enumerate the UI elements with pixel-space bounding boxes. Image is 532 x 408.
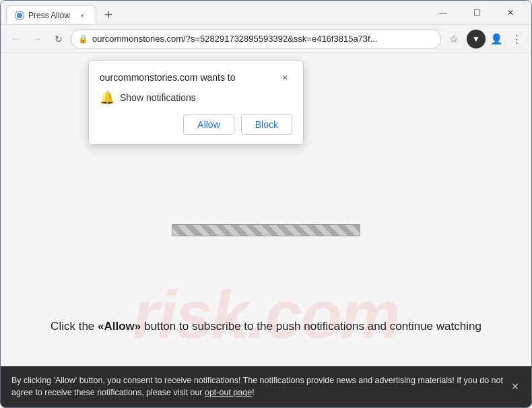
tab-close-button[interactable]: × xyxy=(77,10,88,21)
active-tab[interactable]: Press Allow × xyxy=(6,5,96,24)
popup-header: ourcommonstories.com wants to × xyxy=(100,70,292,85)
bottom-bar-close-button[interactable]: × xyxy=(507,378,523,395)
bottom-notification-bar: By clicking 'Allow' button, you consent … xyxy=(1,366,531,408)
maximize-button[interactable]: ☐ xyxy=(461,2,492,24)
tab-bar: Press Allow × + xyxy=(6,1,428,24)
download-icon[interactable]: ▼ xyxy=(467,30,486,48)
address-text: ourcommonstories.com/?s=5282917328955933… xyxy=(92,34,434,44)
browser-toolbar: 🔒 ourcommonstories.com/?s=52829173289559… xyxy=(1,25,531,53)
opt-out-link[interactable]: opt-out page xyxy=(205,388,252,397)
instruction-after: button to subscribe to the push notifica… xyxy=(141,320,481,333)
popup-notification-row: 🔔 Show notifications xyxy=(100,90,292,105)
tab-favicon xyxy=(15,11,24,20)
bottom-bar-text-end: ! xyxy=(252,388,254,397)
instruction-before: Click the xyxy=(51,320,98,333)
notification-label: Show notifications xyxy=(120,92,196,103)
reload-button[interactable] xyxy=(49,30,68,48)
profile-button[interactable]: 👤 xyxy=(487,30,506,48)
close-button[interactable]: ✕ xyxy=(495,2,526,24)
popup-close-button[interactable]: × xyxy=(277,70,292,85)
minimize-button[interactable]: — xyxy=(428,2,459,24)
back-button[interactable] xyxy=(6,30,25,48)
allow-button[interactable]: Allow xyxy=(183,114,234,135)
bell-icon: 🔔 xyxy=(100,90,114,105)
browser-window: Press Allow × + — ☐ ✕ 🔒 ourcommonstories… xyxy=(0,0,532,408)
bookmark-button[interactable]: ☆ xyxy=(444,30,463,48)
popup-buttons: Allow Block xyxy=(100,114,292,135)
new-tab-button[interactable]: + xyxy=(99,5,118,24)
loading-bar-container xyxy=(172,224,360,236)
page-content: risk.com Click the «Allow» button to sub… xyxy=(1,53,531,407)
toolbar-actions: ☆ ▼ 👤 ⋮ xyxy=(444,30,526,48)
block-button[interactable]: Block xyxy=(241,114,292,135)
tab-title: Press Allow xyxy=(28,11,70,20)
window-controls: — ☐ ✕ xyxy=(428,2,526,24)
popup-title: ourcommonstories.com wants to xyxy=(100,72,236,83)
menu-button[interactable]: ⋮ xyxy=(507,30,526,48)
instruction-text: Click the «Allow» button to subscribe to… xyxy=(1,320,531,333)
bottom-bar-text: By clicking 'Allow' button, you consent … xyxy=(11,376,503,398)
lock-icon: 🔒 xyxy=(78,34,88,44)
title-bar: Press Allow × + — ☐ ✕ xyxy=(1,1,531,25)
watermark: risk.com xyxy=(133,276,399,353)
loading-bar xyxy=(172,224,360,236)
instruction-allow: «Allow» xyxy=(98,320,141,333)
address-bar[interactable]: 🔒 ourcommonstories.com/?s=52829173289559… xyxy=(71,29,441,49)
notification-popup: ourcommonstories.com wants to × 🔔 Show n… xyxy=(88,60,304,145)
forward-button[interactable] xyxy=(28,30,46,48)
